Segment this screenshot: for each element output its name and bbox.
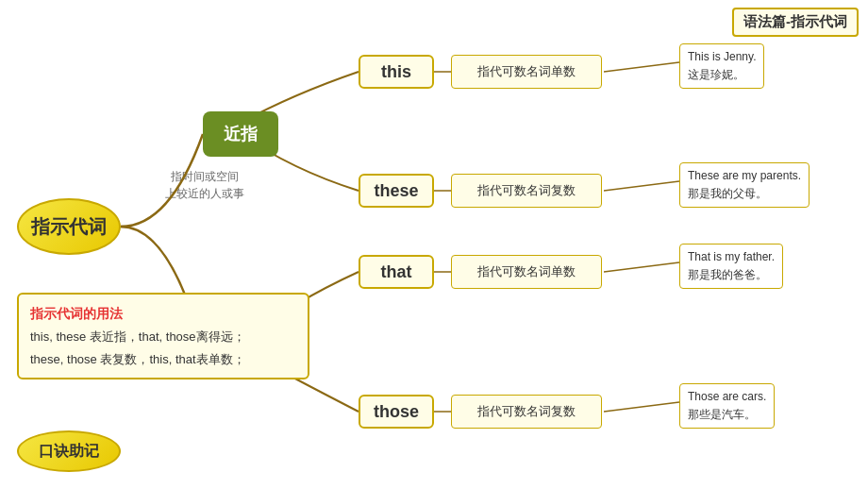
word-this: this: [359, 55, 434, 89]
jin-zhi-label: 近指: [224, 123, 258, 145]
svg-line-5: [604, 262, 679, 272]
svg-line-7: [604, 402, 679, 412]
word-these: these: [359, 174, 434, 208]
mnemonic-label: 口诀助记: [39, 442, 99, 462]
title-text: 语法篇-指示代词: [743, 13, 847, 29]
root-node: 指示代词: [17, 198, 121, 255]
info-box: 指示代词的用法 this, these 表近指，that, those离得远； …: [17, 293, 309, 379]
desc-this: 指代可数名词单数: [451, 55, 602, 89]
example-this: This is Jenny. 这是珍妮。: [679, 43, 764, 89]
example-that: That is my father. 那是我的爸爸。: [679, 244, 783, 289]
word-those: those: [359, 395, 434, 429]
example-these: These are my parents. 那是我的父母。: [679, 162, 810, 208]
title-box: 语法篇-指示代词: [732, 8, 859, 37]
info-title: 指示代词的用法: [30, 302, 296, 326]
mnemonic-node: 口诀助记: [17, 430, 121, 472]
jin-zhi-node: 近指: [203, 111, 278, 157]
root-label: 指示代词: [31, 214, 107, 240]
info-line-2: these, those 表复数，this, that表单数；: [30, 348, 296, 370]
svg-line-3: [604, 181, 679, 191]
example-those: Those are cars. 那些是汽车。: [679, 383, 775, 429]
desc-these: 指代可数名词复数: [451, 174, 602, 208]
word-that: that: [359, 255, 434, 289]
info-line-1: this, these 表近指，that, those离得远；: [30, 326, 296, 347]
desc-those: 指代可数名词复数: [451, 395, 602, 429]
desc-that: 指代可数名词单数: [451, 255, 602, 289]
svg-line-1: [604, 62, 679, 72]
